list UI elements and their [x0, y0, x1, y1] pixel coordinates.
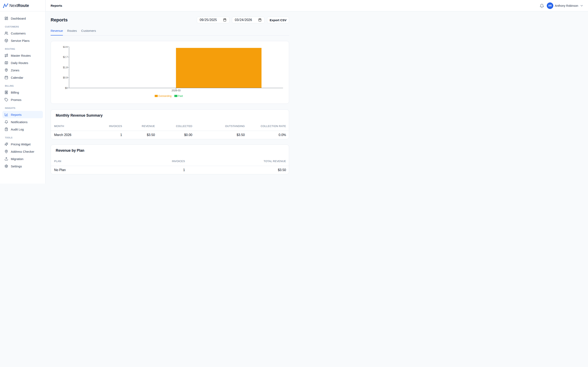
svg-text:$1.8: $1.8: [63, 66, 68, 69]
svg-text:Paid: Paid: [178, 95, 183, 98]
svg-text:$0.9: $0.9: [63, 76, 68, 79]
svg-text:2026-03: 2026-03: [172, 89, 181, 92]
svg-text:$3.6: $3.6: [63, 46, 68, 48]
svg-text:$2.7: $2.7: [63, 56, 68, 58]
svg-text:Outstanding: Outstanding: [158, 95, 172, 98]
svg-text:$0: $0: [65, 87, 68, 90]
